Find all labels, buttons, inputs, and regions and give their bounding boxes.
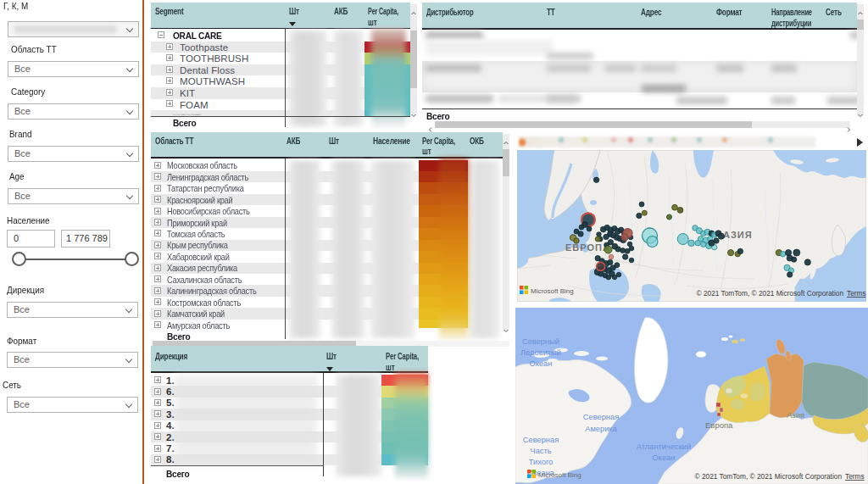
svg-text:Microsoft Bing: Microsoft Bing [538, 471, 581, 479]
svg-text:Terms: Terms [847, 289, 866, 298]
svg-text:Terms: Terms [845, 472, 865, 481]
svg-text:Северная: Северная [583, 413, 619, 421]
svg-text:Азия: Азия [787, 410, 804, 420]
svg-text:Ледовитый: Ледовитый [520, 348, 561, 357]
svg-text:Тихого: Тихого [529, 458, 554, 466]
svg-text:© 2021 TomTom, © 2021 Microsof: © 2021 TomTom, © 2021 Microsoft Corporat… [697, 289, 844, 298]
svg-text:Северный: Северный [522, 337, 559, 346]
svg-text:Океан: Океан [530, 359, 553, 368]
svg-text:© 2021 TomTom, © 2021 Microsof: © 2021 TomTom, © 2021 Microsoft Corporat… [695, 472, 843, 481]
svg-text:Северная: Северная [523, 436, 559, 444]
svg-text:Европа: Европа [705, 420, 733, 430]
svg-text:Атлантический: Атлантический [637, 442, 691, 451]
svg-text:Часть: Часть [530, 447, 551, 455]
svg-text:ЕВРОПА: ЕВРОПА [565, 242, 610, 253]
svg-text:Microsoft Bing: Microsoft Bing [531, 287, 574, 295]
svg-text:АЗИЯ: АЗИЯ [723, 230, 753, 240]
svg-text:Океан: Океан [653, 453, 676, 462]
svg-text:Америка: Америка [585, 425, 617, 433]
